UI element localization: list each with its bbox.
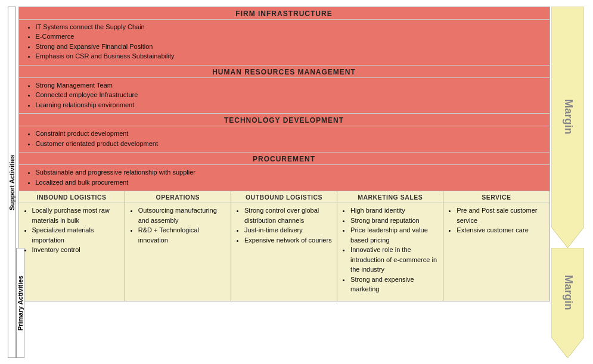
primary-col-body-2: Strong control over global distribution … [231,203,337,301]
list-item: E-Commerce [36,32,544,42]
support-row-title-1: HUMAN RESOURCES MANAGEMENT [19,66,549,78]
list-item: R&D + Technological innovation [138,225,227,245]
list-item: Innovative role in the introduction of e… [350,245,439,275]
list-item: Strong and expensive marketing [350,275,439,294]
main-content: FIRM INFRASTRUCTUREIT Systems connect th… [18,7,550,358]
list-item: Price leadership and value based pricing [350,225,439,245]
primary-col-2: OUTBOUND LOGISTICSStrong control over gl… [231,191,337,301]
list-item: Emphasis on CSR and Business Substainabi… [36,51,544,61]
primary-col-body-4: Pre and Post sale customer serviceExtens… [443,203,549,301]
list-item: Strong brand reputation [350,216,439,226]
primary-col-body-0: Locally purchase most raw materials in b… [19,203,125,301]
support-row-3: PROCUREMENTSubstainable and progressive … [19,153,549,191]
list-item: Constraint product development [36,129,544,139]
support-row-title-2: TECHNOLOGY DEVELOPMENT [19,114,549,126]
margin-area: Margin Margin [550,7,586,358]
support-row-title-3: PROCUREMENT [19,153,549,165]
support-section: FIRM INFRASTRUCTUREIT Systems connect th… [18,7,550,192]
support-row-body-1: Strong Management TeamConnected employee… [19,78,549,114]
list-item: Customer orientated product development [36,139,544,149]
support-row-1: HUMAN RESOURCES MANAGEMENTStrong Managem… [19,66,549,114]
list-item: Pre and Post sale customer service [457,206,545,225]
primary-col-title-1: OPERATIONS [125,191,231,203]
primary-col-title-0: INBOUND LOGISTICS [19,191,125,203]
list-item: Just-in-time delivery [244,225,333,235]
list-item: Substainable and progressive relationshi… [36,167,544,178]
list-item: Inventory control [32,245,121,255]
list-item: Strong control over global distribution … [244,206,333,225]
primary-col-0: INBOUND LOGISTICSLocally purchase most r… [19,191,125,301]
support-row-title-0: FIRM INFRASTRUCTURE [19,7,549,20]
list-item: Localized and bulk procurement [36,178,544,188]
list-item: Strong Management Team [36,80,544,91]
support-row-body-0: IT Systems connect the Supply ChainE-Com… [19,20,549,65]
svg-text:Margin: Margin [563,99,575,134]
list-item: Expensive network of couriers [244,235,333,245]
primary-col-title-2: OUTBOUND LOGISTICS [231,191,337,203]
primary-col-title-3: MARKETING SALES [337,191,443,203]
list-item: IT Systems connect the Supply Chain [36,22,544,32]
list-item: Strong and Expansive Financial Position [36,42,544,52]
support-row-body-2: Constraint product developmentCustomer o… [19,126,549,152]
list-item: Locally purchase most raw materials in b… [32,206,121,225]
activity-labels: Support Activities Primary Activities [8,7,18,358]
primary-section: INBOUND LOGISTICSLocally purchase most r… [18,191,550,301]
support-row-body-3: Substainable and progressive relationshi… [19,165,549,191]
primary-col-body-1: Outsourcing manufacturing and assemblyR&… [125,203,231,301]
list-item: Connected employee Infrastructure [36,90,544,100]
list-item: High brand identity [350,206,439,216]
margin-top: Margin [550,7,586,248]
primary-col-body-3: High brand identityStrong brand reputati… [337,203,443,301]
primary-col-1: OPERATIONSOutsourcing manufacturing and … [125,191,231,301]
list-item: Extensive customer care [457,225,545,235]
primary-col-title-4: SERVICE [443,191,549,203]
svg-text:Margin: Margin [563,275,575,310]
primary-activities-label: Primary Activities [16,248,24,358]
support-row-0: FIRM INFRASTRUCTUREIT Systems connect th… [19,7,549,66]
value-chain-diagram: Support Activities Primary Activities FI… [8,7,586,358]
support-row-2: TECHNOLOGY DEVELOPMENTConstraint product… [19,114,549,153]
margin-bottom: Margin [550,248,586,358]
primary-col-4: SERVICEPre and Post sale customer servic… [443,191,549,301]
list-item: Specialized materials importation [32,225,121,245]
list-item: Outsourcing manufacturing and assembly [138,206,227,225]
list-item: Learning relationship environment [36,100,544,110]
support-activities-label: Support Activities [8,7,16,358]
primary-col-3: MARKETING SALESHigh brand identityStrong… [337,191,443,301]
